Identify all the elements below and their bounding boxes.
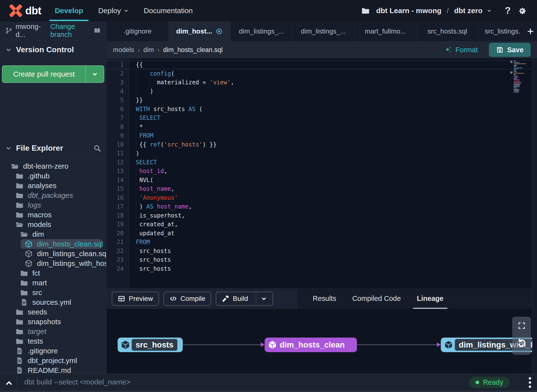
docs-book-icon[interactable]: [94, 26, 101, 35]
file-tree-item[interactable]: dbt_packages: [0, 191, 106, 200]
dbt-logo[interactable]: dbt: [9, 4, 41, 18]
fullscreen-icon[interactable]: [517, 321, 526, 330]
change-branch-link[interactable]: Change branch: [50, 23, 90, 39]
compile-button[interactable]: Compile: [164, 292, 211, 306]
file-tree-item[interactable]: logs: [0, 200, 106, 210]
file-tree-label: dbt_project.yml: [28, 357, 77, 365]
build-button[interactable]: Build: [216, 292, 273, 306]
kebab-menu-icon[interactable]: [529, 377, 531, 388]
version-control-header[interactable]: Version Control: [0, 40, 106, 60]
code-line[interactable]: 6WITH src_hosts AS (: [107, 105, 532, 114]
file-tree-item[interactable]: tests: [0, 336, 106, 346]
tab-compiled-code[interactable]: Compiled Code: [352, 288, 401, 309]
code-line[interactable]: 1{{: [107, 60, 532, 69]
editor-tab[interactable]: dim_listings_...: [293, 21, 355, 41]
file-tree-item[interactable]: mart: [0, 278, 106, 288]
code-editor[interactable]: 1{{2 config(3 materialized = 'view',4 )5…: [107, 58, 537, 288]
build-dropdown-caret[interactable]: [256, 292, 267, 305]
code-line[interactable]: 10 {{ ref('src_hosts') }}: [107, 140, 532, 149]
code-line[interactable]: 11): [107, 149, 532, 158]
file-tree-item[interactable]: dim_listings_with_hosts...: [0, 259, 106, 268]
refresh-icon[interactable]: [516, 337, 527, 348]
editor-scrollbar[interactable]: [532, 58, 537, 374]
lineage-node-dim-hosts-clean[interactable]: dim_hosts_clean: [265, 338, 357, 352]
editor-tab[interactable]: dim_host...: [169, 21, 231, 41]
file-tree-item[interactable]: analyses: [0, 181, 106, 191]
file-tree-item[interactable]: target: [0, 327, 106, 336]
nav-item-deploy[interactable]: Deploy: [98, 0, 129, 21]
code-line[interactable]: 15 host_name,: [107, 184, 532, 193]
file-tree-item[interactable]: dbt-learn-zero: [0, 161, 106, 171]
format-button[interactable]: Format: [444, 46, 478, 54]
code-line[interactable]: 16 'Anonymous': [107, 193, 532, 202]
file-icon: [15, 357, 24, 365]
editor-tab-label: .gitignore: [123, 27, 151, 35]
save-button[interactable]: Save: [489, 43, 531, 57]
file-tree-item[interactable]: snapshots: [0, 317, 106, 327]
project-switcher[interactable]: dbt Learn - mwong / dbt zero: [376, 7, 492, 15]
file-tree-item[interactable]: src: [0, 288, 106, 297]
code-line[interactable]: 12SELECT: [107, 158, 532, 167]
file-tree-item[interactable]: dim_hosts_clean.sql: [21, 239, 102, 249]
file-tree-item[interactable]: dim_listings_clean.sql: [0, 249, 106, 259]
file-tree-item[interactable]: seeds: [0, 307, 106, 317]
breadcrumb-segment[interactable]: dim_hosts_clean.sql: [163, 46, 223, 54]
search-icon[interactable]: [93, 144, 101, 152]
code-line[interactable]: 14 NVL(: [107, 176, 532, 185]
lineage-edge: [183, 344, 264, 345]
code-line[interactable]: 4 ): [107, 87, 532, 96]
file-tree-item[interactable]: sources.yml: [0, 297, 106, 307]
tab-lineage[interactable]: Lineage: [417, 288, 444, 309]
help-icon[interactable]: ?: [505, 5, 511, 16]
folder-icon: [15, 191, 24, 200]
code-line[interactable]: 9 FROM: [107, 131, 532, 140]
code-line[interactable]: 2 config(: [107, 69, 532, 78]
nav-item-develop[interactable]: Develop: [55, 0, 83, 21]
file-tree-item[interactable]: .github: [0, 171, 106, 181]
file-tree-item[interactable]: dim: [0, 229, 106, 239]
file-tree-item[interactable]: .gitignore: [0, 346, 106, 356]
command-input[interactable]: dbt build --select <model_name>: [24, 378, 130, 386]
file-explorer-header[interactable]: File Explorer: [0, 138, 106, 158]
code-line[interactable]: 23 src_hosts: [107, 255, 532, 264]
file-tree-item[interactable]: README.md: [0, 366, 106, 374]
editor-tab[interactable]: dim_listings_...: [231, 21, 293, 41]
create-pull-request-button[interactable]: Create pull request: [2, 65, 104, 83]
code-line[interactable]: 7 SELECT: [107, 113, 532, 122]
line-number: 14: [107, 177, 129, 183]
code-line[interactable]: 24 src_hosts: [107, 264, 532, 273]
lineage-node-src-hosts[interactable]: src_hosts: [118, 338, 183, 352]
editor-minimap[interactable]: [514, 61, 528, 93]
chevron-down-icon: [5, 145, 12, 152]
code-line[interactable]: 5}}: [107, 96, 532, 105]
breadcrumb-segment[interactable]: models: [113, 46, 134, 54]
editor-tab[interactable]: src_hosts.sql: [416, 21, 478, 41]
file-tree-item[interactable]: fct: [0, 268, 106, 278]
pr-dropdown-caret[interactable]: [86, 66, 104, 82]
settings-gear-icon[interactable]: [517, 6, 527, 16]
code-line[interactable]: 20 updated_at: [107, 229, 532, 238]
code-line[interactable]: 3 materialized = 'view',: [107, 78, 532, 87]
status-badge[interactable]: Ready: [469, 377, 510, 388]
code-line[interactable]: 17 ) AS host_name,: [107, 202, 532, 211]
preview-button[interactable]: Preview: [112, 292, 159, 306]
code-line[interactable]: 8 *: [107, 122, 532, 131]
breadcrumb-segment[interactable]: dim: [143, 46, 154, 54]
editor-tab[interactable]: mart_fullmo...: [355, 21, 416, 41]
tab-results[interactable]: Results: [313, 288, 336, 309]
file-tree-item[interactable]: models: [0, 220, 106, 229]
code-line[interactable]: 18 is_superhost,: [107, 211, 532, 220]
code-line[interactable]: 19 created_at,: [107, 220, 532, 229]
code-line[interactable]: 21FROM: [107, 238, 532, 247]
editor-tab[interactable]: src_listings.: [478, 21, 524, 41]
editor-tab[interactable]: .gitignore: [107, 21, 169, 41]
new-tab-button[interactable]: [524, 21, 537, 41]
code-line[interactable]: 13 host_id,: [107, 167, 532, 176]
file-tree-item[interactable]: dbt_project.yml: [0, 356, 106, 366]
file-tree-item[interactable]: macros: [0, 210, 106, 220]
minimap-marker: [510, 61, 512, 63]
branch-name[interactable]: mwong-d...: [16, 23, 44, 39]
chevron-up-icon[interactable]: [4, 378, 14, 388]
code-line[interactable]: 22 src_hosts: [107, 247, 532, 256]
nav-item-documentation[interactable]: Documentation: [144, 0, 193, 21]
